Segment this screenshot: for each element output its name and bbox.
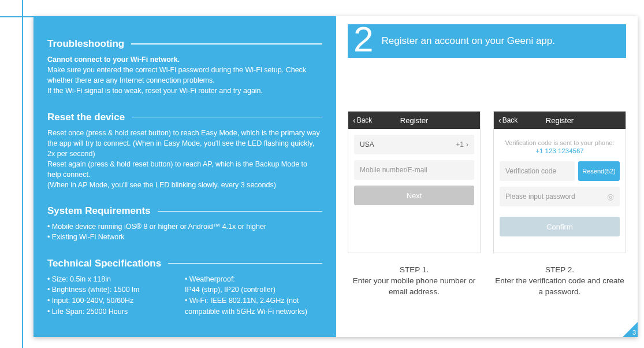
section-header: Troubleshooting	[47, 38, 322, 50]
trouble-subtitle: Cannot connect to your Wi-Fi network.	[47, 54, 322, 65]
caption-step-label: STEP 1.	[348, 265, 481, 276]
caption-2: STEP 2. Enter the verification code and …	[493, 265, 626, 298]
mobile-email-input[interactable]: Mobile number/E-mail	[354, 160, 474, 180]
spec-line: • Brightness (white): 1500 lm	[47, 284, 185, 295]
spec-line: IP44 (strip), IP20 (controller)	[185, 284, 322, 295]
placeholder: Please input password	[505, 192, 575, 201]
verification-note: Verification code is sent to your phone:	[494, 139, 626, 146]
section-header: Reset the device	[47, 112, 322, 123]
sysreq-bullet: • Mobile device running iOS® 8 or higher…	[47, 221, 322, 232]
chevron-left-icon: ‹	[353, 116, 356, 125]
rule-icon	[158, 211, 322, 212]
step-number: 2	[353, 21, 373, 57]
troubleshooting-section: Troubleshooting Cannot connect to your W…	[47, 38, 322, 97]
rule-icon	[132, 117, 322, 118]
sysreq-section: System Requirements • Mobile device runn…	[47, 205, 322, 242]
section-title: Technical Specifications	[47, 258, 161, 269]
step-text: Register an account on your Geeni app.	[381, 35, 555, 47]
step-banner: 2 Register an account on your Geeni app.	[348, 24, 626, 58]
confirm-label: Confirm	[546, 223, 573, 231]
resend-button[interactable]: Resend(52)	[578, 161, 620, 181]
screen-title: Register	[546, 116, 574, 125]
right-page: 2 Register an account on your Geeni app.…	[336, 16, 638, 337]
caption-text: Enter the verification code and create a…	[495, 276, 624, 296]
country-row[interactable]: USA +1 ›	[354, 135, 474, 154]
caption-step-label: STEP 2.	[493, 265, 626, 276]
screenshots-row: ‹ Back Register USA +1 › Mobile number/E…	[348, 111, 626, 253]
verification-row: Verification code Resend(52)	[500, 161, 620, 181]
placeholder: Mobile number/E-mail	[360, 166, 427, 174]
spec-line: • Life Span: 25000 Hours	[47, 306, 185, 317]
page-number: 3	[632, 329, 636, 336]
back-button[interactable]: ‹ Back	[353, 116, 372, 125]
margin-horizontal-rule	[0, 16, 33, 17]
verification-phone-number: +1 123 1234567	[494, 147, 626, 154]
phone-header: ‹ Back Register	[494, 112, 626, 129]
back-label: Back	[502, 116, 518, 124]
screen-title: Register	[400, 116, 428, 125]
phone-header: ‹ Back Register	[348, 112, 480, 129]
specs-section: Technical Specifications • Size: 0.5in x…	[47, 258, 322, 317]
spec-line: • Input: 100-240V, 50/60Hz	[47, 295, 185, 306]
reset-line: Reset once (press & hold reset button) t…	[47, 128, 322, 159]
chevron-left-icon: ‹	[498, 116, 501, 125]
country-value: USA	[360, 140, 374, 149]
chevron-right-icon: ›	[466, 140, 468, 149]
reset-line: Reset again (press & hold reset button) …	[47, 159, 322, 180]
eye-icon[interactable]: ◎	[607, 192, 614, 201]
section-header: System Requirements	[47, 205, 322, 217]
resend-label: Resend(52)	[582, 168, 615, 175]
trouble-line: Make sure you entered the correct Wi-Fi …	[47, 65, 322, 86]
confirm-button[interactable]: Confirm	[500, 217, 620, 236]
booklet-spread: Troubleshooting Cannot connect to your W…	[33, 16, 638, 337]
rule-icon	[168, 263, 322, 264]
margin-vertical-rule	[22, 0, 23, 348]
phone-screenshot-1: ‹ Back Register USA +1 › Mobile number/E…	[348, 111, 481, 253]
section-title: System Requirements	[47, 205, 151, 217]
left-page: Troubleshooting Cannot connect to your W…	[33, 16, 336, 337]
next-button[interactable]: Next	[354, 186, 474, 205]
caption-text: Enter your mobile phone number or email …	[353, 276, 475, 296]
section-header: Technical Specifications	[47, 258, 322, 269]
spec-col-2: • Weatherproof: IP44 (strip), IP20 (cont…	[185, 274, 322, 317]
trouble-line: If the Wi-Fi signal is too weak, reset y…	[47, 86, 322, 96]
caption-1: STEP 1. Enter your mobile phone number o…	[348, 265, 481, 298]
password-input[interactable]: Please input password ◎	[500, 187, 620, 206]
section-title: Troubleshooting	[47, 38, 124, 50]
spec-line: • Size: 0.5in x 118in	[47, 274, 185, 285]
verification-code-input[interactable]: Verification code	[500, 161, 575, 181]
dial-code: +1	[456, 140, 464, 149]
rule-icon	[131, 43, 322, 45]
reset-line: (When in AP Mode, you'll see the LED bli…	[47, 180, 322, 190]
sysreq-bullet: • Existing Wi-Fi Network	[47, 232, 322, 242]
back-label: Back	[357, 116, 373, 124]
reset-section: Reset the device Reset once (press & hol…	[47, 112, 322, 191]
captions-row: STEP 1. Enter your mobile phone number o…	[348, 265, 626, 298]
phone-screenshot-2: ‹ Back Register Verification code is sen…	[493, 111, 626, 253]
next-label: Next	[407, 191, 422, 200]
section-title: Reset the device	[47, 112, 125, 123]
spec-col-1: • Size: 0.5in x 118in • Brightness (whit…	[47, 274, 185, 317]
spec-columns: • Size: 0.5in x 118in • Brightness (whit…	[47, 274, 322, 317]
placeholder: Verification code	[505, 167, 556, 175]
back-button[interactable]: ‹ Back	[498, 116, 518, 125]
spec-line: • Wi-Fi: IEEE 802.11N, 2.4GHz (not compa…	[185, 295, 322, 317]
spec-line: • Weatherproof:	[185, 274, 322, 285]
